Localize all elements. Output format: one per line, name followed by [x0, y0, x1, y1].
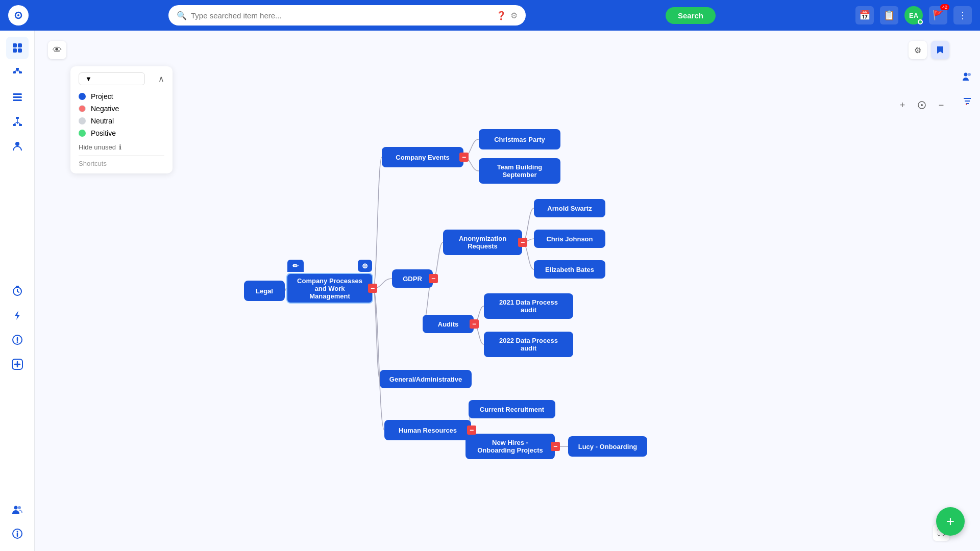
connection-anonymization-arnold: [522, 208, 534, 242]
help-icon[interactable]: ❓: [496, 11, 506, 20]
svg-rect-4: [18, 43, 22, 47]
minus-badge-company_processes[interactable]: −: [368, 284, 377, 293]
sidebar-item-info[interactable]: [6, 522, 29, 545]
shortcuts-label: Shortcuts: [79, 160, 107, 167]
bookmark-button[interactable]: [931, 41, 949, 59]
legend-dropdown[interactable]: ▼: [79, 72, 145, 85]
app-logo[interactable]: [8, 5, 29, 26]
svg-marker-27: [15, 311, 20, 320]
chevron-down-icon: ▼: [85, 75, 92, 83]
left-sidebar: [0, 31, 35, 551]
more-options-icon[interactable]: ⋮: [953, 6, 972, 24]
hide-unused-label: Hide unused: [79, 143, 116, 151]
sidebar-item-add[interactable]: [6, 353, 29, 375]
user-avatar[interactable]: EA: [904, 6, 923, 24]
svg-line-25: [17, 291, 19, 292]
sidebar-item-hierarchy[interactable]: [6, 61, 29, 84]
legend-collapse-btn[interactable]: ∧: [158, 74, 164, 84]
node-label-lucy_onboarding: Lucy - Onboarding: [578, 443, 638, 450]
sidebar-item-person[interactable]: [6, 135, 29, 157]
search-icon: 🔍: [177, 11, 187, 20]
fab-add-button[interactable]: +: [936, 507, 965, 536]
legend-item-negative: Negative: [79, 103, 164, 115]
legend-label-neutral: Neutral: [91, 117, 114, 125]
search-input[interactable]: [191, 11, 492, 20]
node-edit-bar-company_processes: ✏: [287, 260, 304, 272]
svg-point-35: [18, 506, 21, 509]
settings-button[interactable]: ⚙: [909, 41, 927, 59]
minus-badge-new_hires[interactable]: −: [551, 442, 560, 451]
nav-icons: 📅 📋 EA 🚩 42 ⋮: [855, 6, 972, 24]
svg-rect-6: [18, 48, 22, 53]
legend-dot-positive: [79, 130, 86, 137]
minus-badge-gdpr[interactable]: −: [429, 274, 438, 283]
node-label-human_resources: Human Resources: [399, 427, 457, 434]
info-icon[interactable]: ℹ: [119, 143, 121, 151]
visibility-button[interactable]: 👁: [48, 41, 66, 59]
svg-point-38: [16, 531, 18, 533]
svg-point-30: [16, 341, 18, 343]
svg-point-41: [964, 73, 968, 77]
node-team_building[interactable]: Team Building September: [479, 158, 560, 184]
main-content: 👁 ▼ ∧ ProjectNegativeNeutralPositive Hid…: [35, 31, 980, 551]
sidebar-item-alert[interactable]: [6, 329, 29, 351]
svg-rect-14: [13, 96, 22, 98]
node-elizabeth_bates[interactable]: Elizabeth Bates: [534, 260, 605, 279]
sidebar-item-timer[interactable]: [6, 280, 29, 302]
node-gdpr[interactable]: GDPR−: [392, 269, 433, 288]
search-button[interactable]: Search: [666, 7, 716, 24]
calendar-icon[interactable]: 📅: [855, 6, 874, 24]
sidebar-item-dashboard[interactable]: [6, 37, 29, 59]
node-company_events[interactable]: Company Events−: [382, 147, 463, 167]
node-human_resources[interactable]: Human Resources−: [384, 420, 471, 440]
node-general_admin[interactable]: General/Administrative: [380, 370, 472, 388]
node-arnold[interactable]: Arnold Swartz: [534, 199, 605, 217]
svg-point-22: [15, 142, 19, 146]
sidebar-item-flash[interactable]: [6, 304, 29, 327]
sidebar-item-list[interactable]: [6, 86, 29, 108]
connection-company_processes-human_resources: [373, 288, 384, 430]
sidebar-item-group[interactable]: [6, 498, 29, 520]
legend-panel: ▼ ∧ ProjectNegativeNeutralPositive Hide …: [70, 66, 173, 173]
node-legal[interactable]: Legal: [244, 281, 285, 301]
node-label-data_2022: 2022 Data Process audit: [499, 337, 558, 352]
node-label-legal: Legal: [256, 287, 273, 295]
legend-shortcuts: Shortcuts: [79, 155, 164, 167]
node-label-new_hires: New Hires - Onboarding Projects: [477, 439, 543, 454]
minus-badge-company_events[interactable]: −: [459, 153, 469, 162]
minus-badge-audits[interactable]: −: [470, 319, 479, 329]
minus-badge-anonymization[interactable]: −: [518, 238, 527, 247]
inbox-icon[interactable]: 📋: [880, 6, 898, 24]
flag-button[interactable]: 🚩 42: [929, 6, 947, 24]
svg-rect-5: [13, 48, 17, 53]
node-chris_johnson[interactable]: Chris Johnson: [534, 230, 605, 248]
node-anonymization[interactable]: Anonymization Requests−: [443, 230, 522, 255]
svg-rect-3: [13, 43, 17, 47]
svg-line-11: [14, 70, 17, 71]
svg-rect-15: [13, 99, 22, 101]
node-new_hires[interactable]: New Hires - Onboarding Projects−: [465, 434, 555, 459]
minus-badge-human_resources[interactable]: −: [467, 425, 476, 435]
node-add-btn-company_processes[interactable]: ⊕: [358, 260, 372, 272]
node-label-company_processes: Company Processes and Work Management: [295, 277, 365, 300]
node-data_2021[interactable]: 2021 Data Process audit: [484, 293, 573, 319]
svg-rect-7: [16, 68, 19, 70]
sidebar-item-tree[interactable]: [6, 110, 29, 133]
node-current_recruitment[interactable]: Current Recruitment: [469, 400, 555, 418]
node-label-team_building: Team Building September: [497, 163, 543, 179]
svg-line-21: [17, 122, 20, 124]
svg-line-20: [14, 122, 17, 124]
node-data_2022[interactable]: 2022 Data Process audit: [484, 332, 573, 357]
legend-label-positive: Positive: [91, 129, 116, 137]
node-lucy_onboarding[interactable]: Lucy - Onboarding: [568, 436, 647, 457]
top-right-tools: ⚙: [909, 41, 949, 59]
svg-line-12: [17, 70, 20, 71]
right-people-icon[interactable]: [958, 67, 976, 86]
filter-icon[interactable]: ⚙: [510, 11, 518, 20]
edit-pencil-icon[interactable]: ✏: [292, 262, 299, 270]
node-company_processes[interactable]: Company Processes and Work Management✏⊕−: [286, 273, 373, 304]
right-filter-icon[interactable]: [958, 92, 976, 110]
svg-rect-13: [13, 93, 22, 95]
node-christmas_party[interactable]: Christmas Party: [479, 129, 560, 149]
node-audits[interactable]: Audits−: [423, 315, 474, 333]
